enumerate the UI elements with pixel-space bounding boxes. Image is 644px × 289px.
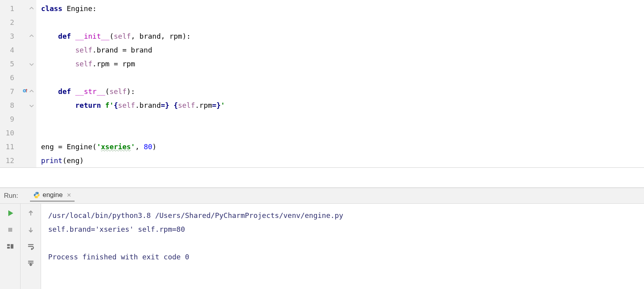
code-line[interactable]: self.rpm = rpm — [36, 57, 644, 71]
fold-icon[interactable] — [29, 87, 34, 96]
token-fstr-expr: =} — [212, 101, 221, 109]
gutter-icons — [17, 32, 34, 40]
gutter-row[interactable]: 11 — [0, 140, 36, 154]
fold-icon[interactable] — [29, 4, 34, 13]
line-number: 12 — [0, 156, 17, 165]
run-header: Run: engine ✕ — [0, 188, 644, 204]
code-line[interactable]: self.brand = brand — [36, 43, 644, 57]
gutter-icons — [17, 4, 34, 13]
token-self: self — [109, 87, 126, 96]
gutter-icons — [17, 87, 34, 96]
gutter-row[interactable]: 2 — [0, 15, 36, 29]
token-str: f' — [105, 101, 114, 109]
svg-rect-2 — [8, 228, 12, 232]
token-self: self — [118, 101, 135, 109]
code-line[interactable]: def __str__(self): — [36, 84, 644, 98]
token-self: self — [75, 46, 92, 54]
stop-button[interactable] — [5, 224, 16, 235]
svg-rect-3 — [7, 244, 10, 246]
code-line[interactable] — [36, 126, 644, 140]
token-kw: def — [58, 32, 71, 40]
editor-area: 123456789101112 class Engine: def __init… — [0, 0, 644, 168]
code-line[interactable] — [36, 71, 644, 84]
code-line[interactable] — [36, 15, 644, 29]
token-kw: def — [58, 87, 71, 96]
gutter-row[interactable]: 7 — [0, 84, 36, 98]
token-str: ' — [97, 143, 101, 151]
line-number: 1 — [0, 4, 17, 13]
svg-rect-4 — [7, 247, 10, 249]
token-plain — [41, 101, 75, 109]
line-number: 9 — [0, 115, 17, 123]
gutter-row[interactable]: 10 — [0, 126, 36, 140]
svg-point-1 — [24, 90, 25, 92]
token-plain — [41, 32, 58, 40]
line-number: 11 — [0, 143, 17, 151]
gutter-row[interactable]: 1 — [0, 2, 36, 15]
scroll-end-button[interactable] — [25, 257, 36, 268]
gutter-row[interactable]: 3 — [0, 29, 36, 43]
gutter-row[interactable]: 4 — [0, 43, 36, 57]
token-plain: ): — [127, 87, 135, 96]
run-panel: Run: engine ✕ — [0, 188, 644, 289]
editor-spacer — [0, 168, 644, 188]
run-tab-label: engine — [43, 191, 63, 199]
token-plain: ( — [105, 87, 110, 96]
token-plain: .rpm — [195, 101, 212, 109]
token-plain: , brand, rpm): — [131, 32, 191, 40]
gutter-icons — [17, 60, 34, 68]
console-output[interactable]: /usr/local/bin/python3.8 /Users/Shared/P… — [41, 204, 644, 289]
code-line[interactable]: class Engine: — [36, 2, 644, 15]
run-body: /usr/local/bin/python3.8 /Users/Shared/P… — [0, 204, 644, 289]
fold-icon[interactable] — [29, 101, 34, 109]
token-plain — [71, 87, 75, 96]
token-plain: Engine: — [62, 4, 97, 13]
gutter: 123456789101112 — [0, 0, 36, 167]
token-fstr-expr: =} — [161, 101, 170, 109]
fold-icon[interactable] — [29, 60, 34, 68]
token-plain — [71, 32, 75, 40]
token-plain: (eng) — [62, 156, 84, 165]
code-line[interactable]: return f'{self.brand=} {self.rpm=}' — [36, 98, 644, 112]
code-column[interactable]: class Engine: def __init__(self, brand, … — [36, 0, 644, 167]
line-number: 2 — [0, 18, 17, 26]
gutter-row[interactable]: 6 — [0, 71, 36, 84]
token-plain: ) — [152, 143, 157, 151]
run-label: Run: — [4, 192, 18, 200]
console-line: /usr/local/bin/python3.8 /Users/Shared/P… — [48, 208, 637, 222]
token-plain: , — [135, 143, 144, 151]
code-line[interactable]: eng = Engine('xseries', 80) — [36, 140, 644, 154]
down-button[interactable] — [25, 224, 36, 235]
run-toolbar-left — [0, 204, 21, 289]
token-fn-name: __init__ — [75, 32, 110, 40]
gutter-row[interactable]: 12 — [0, 154, 36, 167]
token-builtin: print — [41, 156, 62, 165]
code-line[interactable]: print(eng) — [36, 154, 644, 167]
rerun-button[interactable] — [5, 208, 16, 219]
token-str: ' — [221, 101, 225, 109]
gutter-icons — [17, 101, 34, 109]
svg-rect-5 — [11, 244, 13, 248]
wrap-button[interactable] — [25, 241, 36, 252]
line-number: 10 — [0, 129, 17, 137]
gutter-row[interactable]: 8 — [0, 98, 36, 112]
override-icon[interactable] — [22, 87, 28, 96]
token-str — [169, 101, 174, 109]
token-plain: eng = Engine( — [41, 143, 97, 151]
token-fstr-expr: { — [174, 101, 178, 109]
line-number: 3 — [0, 32, 17, 40]
close-icon[interactable]: ✕ — [67, 192, 71, 198]
up-button[interactable] — [25, 208, 36, 219]
fold-icon[interactable] — [29, 32, 34, 40]
gutter-row[interactable]: 9 — [0, 112, 36, 126]
layout-button[interactable] — [5, 241, 16, 252]
line-number: 7 — [0, 87, 17, 96]
run-toolbar-right — [21, 204, 41, 289]
line-number: 4 — [0, 46, 17, 54]
code-line[interactable]: def __init__(self, brand, rpm): — [36, 29, 644, 43]
code-line[interactable] — [36, 112, 644, 126]
run-tab[interactable]: engine ✕ — [30, 190, 75, 202]
token-self: self — [114, 32, 131, 40]
gutter-row[interactable]: 5 — [0, 57, 36, 71]
token-plain — [101, 101, 105, 109]
